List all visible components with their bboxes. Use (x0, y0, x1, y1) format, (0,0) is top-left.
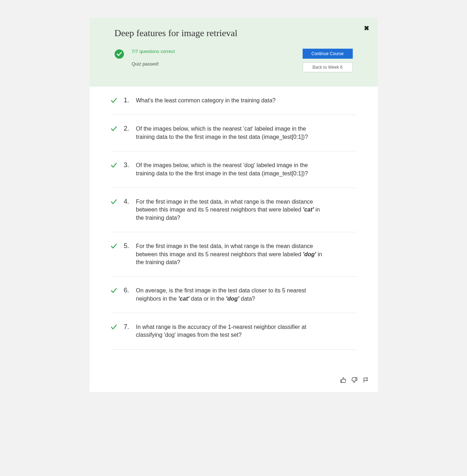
question-number: 5. (124, 242, 132, 250)
score-text: 7/7 questions correct (132, 49, 175, 54)
status-left: 7/7 questions correct Quiz passed! (115, 49, 175, 67)
check-icon (111, 325, 117, 331)
thumbs-down-icon[interactable] (351, 377, 358, 383)
check-icon (111, 163, 117, 169)
passed-text: Quiz passed! (132, 61, 175, 67)
question-text: Of the images below, which is the neares… (136, 125, 326, 141)
quiz-title: Deep features for image retrieval (115, 28, 353, 39)
question-item[interactable]: 3.Of the images below, which is the near… (111, 151, 356, 188)
check-icon (111, 244, 117, 250)
question-item[interactable]: 6.On average, is the first image in the … (111, 277, 356, 313)
check-icon (111, 199, 117, 206)
success-badge (115, 49, 124, 59)
question-text: On average, is the first image in the te… (136, 287, 326, 303)
question-text: What's the least common category in the … (136, 97, 276, 105)
action-buttons: Continue Course Back to Week 6 (303, 49, 353, 72)
quiz-results-panel: ✖ Deep features for image retrieval 7/7 … (90, 18, 378, 392)
flag-icon[interactable] (363, 377, 369, 383)
question-text: For the first image in the test data, in… (136, 198, 326, 222)
close-icon[interactable]: ✖ (364, 24, 369, 32)
continue-course-button[interactable]: Continue Course (303, 49, 353, 59)
thumbs-up-icon[interactable] (340, 377, 346, 383)
question-item[interactable]: 2.Of the images below, which is the near… (111, 115, 356, 151)
question-text: For the first image in the test data, in… (136, 242, 326, 266)
questions-list: 1.What's the least common category in th… (90, 87, 378, 371)
question-item[interactable]: 7.In what range is the accuracy of the 1… (111, 313, 356, 350)
question-number: 2. (124, 125, 132, 132)
question-number: 7. (124, 323, 132, 331)
results-header: ✖ Deep features for image retrieval 7/7 … (90, 18, 378, 87)
question-item[interactable]: 1.What's the least common category in th… (111, 87, 356, 115)
question-text: Of the images below, which is the neares… (136, 161, 326, 178)
footer-icons (90, 371, 378, 392)
question-item[interactable]: 5.For the first image in the test data, … (111, 232, 356, 277)
question-item[interactable]: 4.For the first image in the test data, … (111, 188, 356, 232)
question-number: 1. (124, 97, 132, 104)
question-number: 3. (124, 161, 132, 169)
question-text: In what range is the accuracy of the 1-n… (136, 323, 326, 339)
status-row: 7/7 questions correct Quiz passed! Conti… (115, 49, 353, 72)
status-text: 7/7 questions correct Quiz passed! (132, 49, 175, 67)
check-icon (111, 288, 117, 295)
question-number: 4. (124, 198, 132, 205)
check-icon (111, 126, 117, 133)
check-icon (111, 98, 117, 105)
question-number: 6. (124, 287, 132, 294)
back-to-week-button[interactable]: Back to Week 6 (303, 62, 353, 72)
check-icon (116, 51, 122, 57)
